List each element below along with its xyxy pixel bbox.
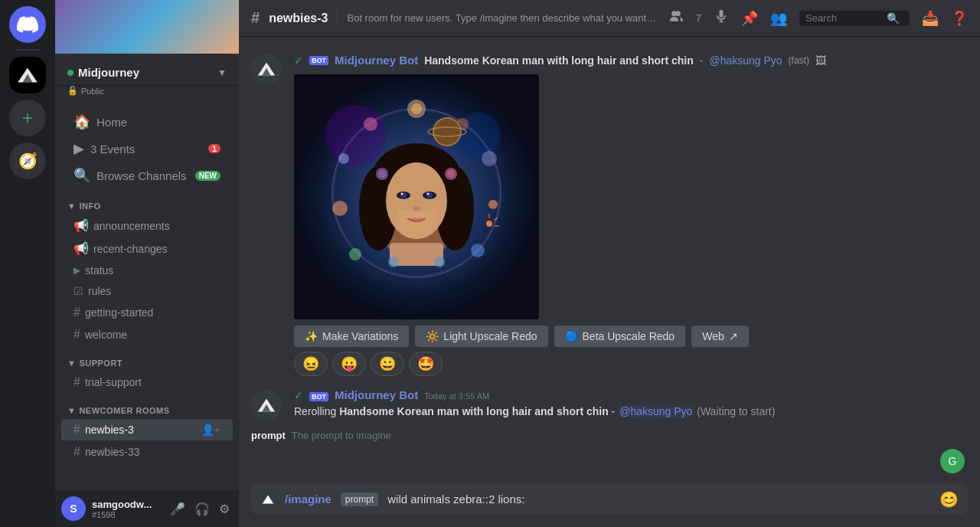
channel-welcome[interactable]: # welcome: [61, 324, 233, 345]
events-nav-item[interactable]: ▶ 3 Events 1: [61, 136, 233, 162]
reaction-4[interactable]: 🤩: [409, 352, 443, 376]
mention-2[interactable]: @haksung Pyo: [618, 405, 694, 417]
svg-point-36: [388, 257, 399, 267]
reaction-3[interactable]: 😀: [371, 352, 404, 376]
user-info: samgoodw... #1598: [92, 499, 161, 519]
hash-icon: #: [74, 423, 80, 437]
svg-point-12: [364, 117, 377, 131]
channel-status[interactable]: ▶ status: [61, 260, 233, 280]
svg-point-14: [332, 201, 348, 216]
members-icon[interactable]: [668, 8, 684, 28]
channel-hash-icon: #: [251, 9, 260, 27]
chevron-down-icon: G: [949, 455, 957, 467]
settings-icon[interactable]: ⚙: [216, 500, 233, 518]
channel-trial-support[interactable]: # trial-support: [61, 372, 233, 393]
message-input[interactable]: [387, 483, 930, 515]
hash-icon: #: [74, 375, 80, 389]
chat-input-area: /imagine prompt 😊: [239, 483, 980, 527]
browse-channels-nav-item[interactable]: 🔍 Browse Channels NEW: [61, 162, 233, 188]
header-divider: [337, 9, 338, 28]
members-count: 7: [696, 12, 701, 24]
chat-messages: ✓ BOT Midjourney Bot Handsome Korean man…: [239, 37, 980, 483]
make-variations-button[interactable]: ✨ Make Variations: [294, 326, 409, 347]
add-server-button[interactable]: +: [9, 100, 46, 136]
param-label: prompt: [341, 493, 378, 506]
emoji-picker-icon[interactable]: 😊: [936, 484, 962, 515]
user-controls: S samgoodw... #1598 🎤 🎧 ⚙: [55, 490, 239, 527]
reaction-2[interactable]: 😛: [332, 352, 366, 376]
reaction-1[interactable]: 😖: [294, 352, 328, 376]
search-bar[interactable]: 🔍: [799, 11, 910, 26]
chat-input-wrapper: /imagine prompt 😊: [251, 483, 968, 515]
announcement-icon: 📢: [74, 218, 89, 233]
server-icon-midjourney[interactable]: [9, 57, 46, 93]
hash-icon: #: [74, 306, 80, 319]
svg-point-13: [338, 153, 349, 164]
message-group-1: ✓ BOT Midjourney Bot Handsome Korean man…: [239, 49, 980, 379]
events-badge: 1: [208, 144, 220, 153]
channel-nav: 🏠 Home ▶ 3 Events 1 🔍 Browse Channels NE…: [55, 102, 239, 490]
action-buttons: ✨ Make Variations 🔆 Light Upscale Redo 🔵…: [294, 326, 968, 347]
announcement-icon: ▶: [74, 265, 80, 276]
prompt-hint-text: The prompt to imagine: [292, 430, 391, 441]
prompt-hint: prompt The prompt to imagine: [239, 424, 980, 447]
channel-rules[interactable]: ☑ rules: [61, 281, 233, 301]
search-input[interactable]: [805, 12, 882, 24]
discord-home-button[interactable]: [9, 6, 46, 43]
beta-upscale-redo-button[interactable]: 🔵 Beta Upscale Redo: [554, 326, 686, 347]
bot-avatar-2: [251, 390, 282, 421]
message-action-row-1: ✓ BOT Midjourney Bot Handsome Korean man…: [294, 52, 968, 68]
beta-upscale-icon: 🔵: [565, 330, 578, 342]
channel-recent-changes[interactable]: 📢 recent-changes: [61, 237, 233, 260]
home-nav-item[interactable]: 🏠 Home: [61, 109, 233, 135]
pin-icon[interactable]: 📌: [741, 10, 758, 27]
channel-newbies-33[interactable]: # newbies-33: [61, 441, 233, 463]
category-info[interactable]: ▼ INFO: [55, 189, 239, 214]
channel-getting-started[interactable]: # getting-started: [61, 302, 233, 323]
message-author-1[interactable]: Midjourney Bot: [335, 54, 418, 67]
new-badge: NEW: [195, 171, 220, 181]
svg-point-9: [482, 151, 497, 166]
message-group-2: ✓ BOT Midjourney Bot Today at 3:55 AM Re…: [239, 385, 980, 424]
message-author-2[interactable]: Midjourney Bot: [335, 388, 418, 401]
help-icon[interactable]: ❓: [951, 10, 968, 27]
category-support[interactable]: ▼ SUPPORT: [55, 346, 239, 371]
svg-point-35: [447, 170, 455, 178]
channel-newbies-3[interactable]: # newbies-3 👤+: [61, 419, 233, 440]
ai-generated-image[interactable]: [294, 74, 539, 319]
light-upscale-redo-button[interactable]: 🔆 Light Upscale Redo: [415, 326, 547, 347]
announcement-icon: 📢: [74, 241, 89, 256]
mention-1[interactable]: @haksung Pyo: [709, 54, 782, 67]
image-thumbnail-icon: 🖼: [815, 54, 826, 67]
headphones-icon[interactable]: 🎧: [191, 500, 213, 518]
members-list-icon[interactable]: 👥: [770, 10, 787, 27]
channel-announcements[interactable]: 📢 announcements: [61, 214, 233, 237]
server-banner: [55, 0, 239, 54]
svg-point-28: [401, 193, 403, 195]
message-body-2: ✓ BOT Midjourney Bot Today at 3:55 AM Re…: [294, 388, 968, 421]
scroll-to-bottom-button[interactable]: G: [940, 449, 965, 473]
search-icon: 🔍: [887, 12, 900, 25]
svg-point-11: [471, 244, 485, 257]
category-newcomer-rooms[interactable]: ▼ NEWCOMER ROOMS: [55, 394, 239, 418]
explore-servers-button[interactable]: 🧭: [9, 142, 46, 179]
server-header[interactable]: Midjourney ▼: [55, 54, 239, 86]
hash-icon: #: [74, 445, 80, 459]
inbox-icon[interactable]: 📥: [922, 10, 939, 27]
svg-point-7: [411, 103, 422, 114]
web-button[interactable]: Web ↗: [691, 326, 749, 347]
channel-description: Bot room for new users. Type /imagine th…: [347, 12, 658, 24]
verified-icon-2: ✓: [294, 389, 303, 401]
rules-icon: ☑: [74, 285, 83, 297]
svg-point-10: [488, 200, 498, 209]
external-link-icon: ↗: [729, 330, 738, 342]
command-label: /imagine: [285, 493, 332, 506]
microphone-icon[interactable]: 🎤: [167, 500, 188, 518]
user-avatar: S: [61, 496, 86, 521]
add-user-icon[interactable]: 👤+: [201, 424, 220, 436]
chat-header: # newbies-3 Bot room for new users. Type…: [239, 0, 980, 37]
speed-badge: (fast): [789, 55, 809, 66]
mute-icon[interactable]: [714, 8, 729, 28]
message-timestamp-2: Today at 3:55 AM: [424, 391, 489, 401]
server-list: + 🧭: [0, 0, 55, 527]
